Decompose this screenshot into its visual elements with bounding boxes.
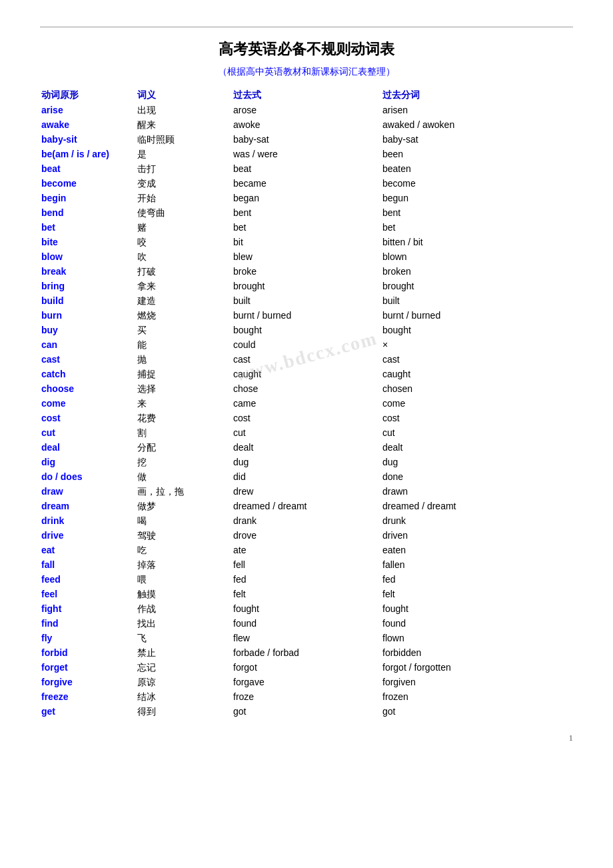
cell-meaning: 来 <box>136 397 232 411</box>
cell-meaning: 建造 <box>136 294 232 309</box>
table-row: deal分配dealtdealt <box>40 441 573 455</box>
table-row: eat吃ateeaten <box>40 543 573 558</box>
cell-past: cast <box>232 353 381 367</box>
cell-verb: beat <box>40 162 136 177</box>
cell-verb: break <box>40 265 136 279</box>
table-row: catch捕捉caughtcaught <box>40 367 573 382</box>
table-row: feel触摸feltfelt <box>40 587 573 602</box>
table-row: arise出现arosearisen <box>40 103 573 118</box>
table-row: baby-sit临时照顾baby-satbaby-sat <box>40 133 573 147</box>
cell-meaning: 变成 <box>136 177 232 191</box>
cell-verb: cast <box>40 353 136 367</box>
table-row: build建造builtbuilt <box>40 294 573 309</box>
cell-meaning: 选择 <box>136 382 232 397</box>
cell-pastpart: bitten / bit <box>381 235 573 250</box>
cell-pastpart: bought <box>381 323 573 338</box>
table-row: cut割cutcut <box>40 426 573 441</box>
cell-pastpart: cast <box>381 353 573 367</box>
table-row: feed喂fedfed <box>40 573 573 587</box>
cell-verb: come <box>40 397 136 411</box>
table-header-row: 动词原形 词义 过去式 过去分词 <box>40 87 573 103</box>
cell-pastpart: burnt / burned <box>381 309 573 323</box>
cell-verb: freeze <box>40 690 136 705</box>
table-row: dream做梦dreamed / dreamtdreamed / dreamt <box>40 499 573 514</box>
cell-verb: eat <box>40 543 136 558</box>
table-row: forbid禁止forbade / forbadforbidden <box>40 646 573 661</box>
cell-verb: blow <box>40 250 136 265</box>
cell-past: caught <box>232 367 381 382</box>
cell-pastpart: caught <box>381 367 573 382</box>
cell-pastpart: eaten <box>381 543 573 558</box>
cell-verb: build <box>40 294 136 309</box>
cell-pastpart: drunk <box>381 514 573 529</box>
table-row: begin开始beganbegun <box>40 191 573 206</box>
cell-verb: forget <box>40 661 136 675</box>
cell-past: ate <box>232 543 381 558</box>
table-row: forget忘记forgotforgot / forgotten <box>40 661 573 675</box>
cell-past: burnt / burned <box>232 309 381 323</box>
cell-pastpart: dreamed / dreamt <box>381 499 573 514</box>
cell-verb: become <box>40 177 136 191</box>
cell-meaning: 飞 <box>136 631 232 646</box>
cell-past: fed <box>232 573 381 587</box>
cell-meaning: 赌 <box>136 221 232 235</box>
cell-past: built <box>232 294 381 309</box>
cell-meaning: 使弯曲 <box>136 206 232 221</box>
cell-pastpart: baby-sat <box>381 133 573 147</box>
cell-pastpart: arisen <box>381 103 573 118</box>
table-row: forgive原谅forgaveforgiven <box>40 675 573 690</box>
cell-past: beat <box>232 162 381 177</box>
table-row: bite咬bitbitten / bit <box>40 235 573 250</box>
table-row: blow吹blewblown <box>40 250 573 265</box>
cell-pastpart: blown <box>381 250 573 265</box>
cell-verb: find <box>40 617 136 631</box>
cell-past: baby-sat <box>232 133 381 147</box>
cell-meaning: 买 <box>136 323 232 338</box>
cell-past: forgave <box>232 675 381 690</box>
verb-table: 动词原形 词义 过去式 过去分词 arise出现arosearisenawake… <box>40 87 573 719</box>
cell-pastpart: chosen <box>381 382 573 397</box>
cell-pastpart: dealt <box>381 441 573 455</box>
cell-pastpart: done <box>381 470 573 485</box>
main-title: 高考英语必备不规则动词表 <box>40 39 573 59</box>
table-row: break打破brokebroken <box>40 265 573 279</box>
cell-past: bought <box>232 323 381 338</box>
cell-past: bent <box>232 206 381 221</box>
cell-past: flew <box>232 631 381 646</box>
cell-meaning: 抛 <box>136 353 232 367</box>
table-row: cost花费costcost <box>40 411 573 426</box>
cell-meaning: 原谅 <box>136 675 232 690</box>
cell-verb: baby-sit <box>40 133 136 147</box>
cell-past: felt <box>232 587 381 602</box>
cell-pastpart: come <box>381 397 573 411</box>
cell-meaning: 醒来 <box>136 118 232 133</box>
table-row: buy买boughtbought <box>40 323 573 338</box>
cell-verb: do / does <box>40 470 136 485</box>
cell-meaning: 结冰 <box>136 690 232 705</box>
table-row: freeze结冰frozefrozen <box>40 690 573 705</box>
cell-verb: dream <box>40 499 136 514</box>
cell-meaning: 出现 <box>136 103 232 118</box>
cell-verb: catch <box>40 367 136 382</box>
table-row: can能could× <box>40 338 573 353</box>
table-row: fall掉落fellfallen <box>40 558 573 573</box>
table-row: do / does做diddone <box>40 470 573 485</box>
cell-meaning: 喝 <box>136 514 232 529</box>
table-row: drive驾驶drovedriven <box>40 529 573 543</box>
cell-pastpart: begun <box>381 191 573 206</box>
cell-verb: fight <box>40 602 136 617</box>
cell-meaning: 吹 <box>136 250 232 265</box>
page-number: 1 <box>40 733 573 743</box>
cell-past: blew <box>232 250 381 265</box>
cell-pastpart: fought <box>381 602 573 617</box>
cell-pastpart: broken <box>381 265 573 279</box>
cell-past: froze <box>232 690 381 705</box>
table-row: drink喝drankdrunk <box>40 514 573 529</box>
cell-meaning: 喂 <box>136 573 232 587</box>
cell-verb: arise <box>40 103 136 118</box>
cell-past: dug <box>232 455 381 470</box>
cell-meaning: 拿来 <box>136 279 232 294</box>
cell-meaning: 得到 <box>136 705 232 719</box>
cell-pastpart: felt <box>381 587 573 602</box>
cell-past: bet <box>232 221 381 235</box>
